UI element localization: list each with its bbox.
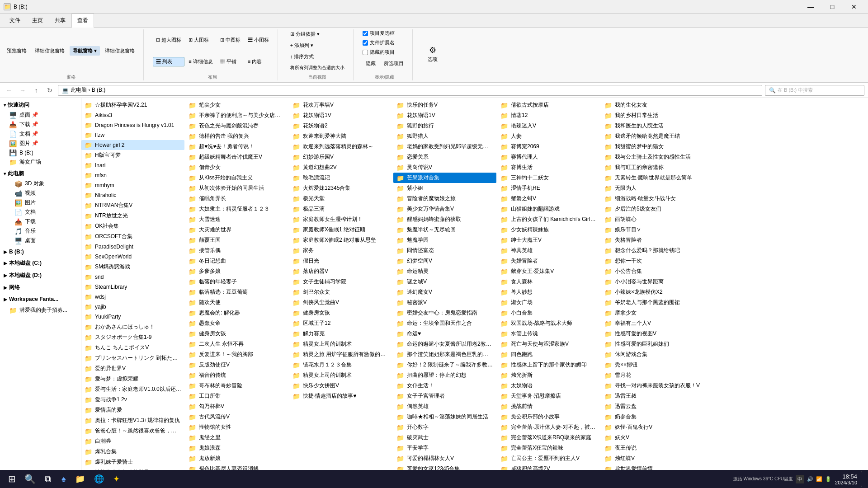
preview-pane-button[interactable]: 预览窗格 bbox=[4, 46, 30, 56]
list-item[interactable]: 📁你好！2 限制链来了～编我许多教要吃，好嗎？ bbox=[393, 360, 496, 370]
list-item[interactable]: 📁命运：尘埃帝国和天作之合 bbox=[393, 318, 496, 328]
list-item[interactable]: 📁yajib bbox=[81, 302, 184, 312]
list-item[interactable]: 📁我逃矛的顿给竟然是魔王结 bbox=[601, 131, 704, 141]
list-item[interactable]: 📁狐野猎人 bbox=[393, 131, 496, 141]
list-item[interactable]: 📁スタジオポーク合集1-9 bbox=[81, 332, 184, 343]
list-item[interactable]: 📁失格冒险者 bbox=[601, 235, 704, 245]
list-item[interactable]: 📁☆援助杯孕学园V2.21 bbox=[81, 100, 184, 110]
list-item[interactable]: 📁wdsj bbox=[81, 292, 184, 302]
list-item[interactable]: 📁超♥洗♥去！勇者传说！ bbox=[185, 141, 288, 152]
list-item[interactable]: 📁SM妈诱惑游戏 bbox=[81, 262, 184, 272]
list-item[interactable]: 📁おかあさんにほっしゅ！ bbox=[81, 322, 184, 332]
list-item[interactable]: 📁山猫姐妹的翻謡游戏 bbox=[497, 204, 600, 214]
list-item[interactable]: 📁休闲游戏合集 bbox=[601, 349, 704, 360]
list-item[interactable]: 📁赛博代理人 bbox=[497, 152, 600, 162]
taskbar-steam-icon[interactable]: ♠ bbox=[58, 471, 70, 487]
list-item[interactable]: 📁花妖物语1V bbox=[393, 110, 496, 121]
list-item[interactable]: 📁涩情手机RE bbox=[497, 183, 600, 193]
list-item[interactable]: 📁鬼娘浪森 bbox=[185, 443, 288, 453]
sidebar-item-downloads[interactable]: 📥 下载 📌 bbox=[0, 120, 81, 129]
list-item[interactable]: 📁ORCSOFT合集 bbox=[81, 231, 184, 242]
list-item[interactable]: 📁破灭武士 bbox=[393, 432, 496, 443]
tray-icon3[interactable]: 🔋 bbox=[825, 476, 831, 482]
list-item[interactable]: 📁Flower girl 2 bbox=[81, 140, 184, 150]
sidebar-item-3d-objects[interactable]: 📦 3D 对象 bbox=[0, 179, 81, 188]
list-item[interactable]: 📁灵岛传说V bbox=[393, 162, 496, 173]
maximize-button[interactable]: □ bbox=[822, 0, 843, 14]
list-item[interactable]: 📁免公积乐部的小故事 bbox=[497, 412, 600, 422]
list-item[interactable]: 📁蟹蟹之蚪V bbox=[497, 193, 600, 204]
list-item[interactable]: 📁想你一千次 bbox=[601, 256, 704, 266]
list-item[interactable]: 📁兽人妙想 bbox=[497, 287, 600, 297]
content-button[interactable]: ≡ 内容 bbox=[245, 57, 272, 66]
list-item[interactable]: 📁美少女万华镜合集V bbox=[393, 204, 496, 214]
list-item[interactable]: 📁女仆生活！ bbox=[393, 380, 496, 391]
list-item[interactable]: 📁无限为人 bbox=[601, 183, 704, 193]
list-item[interactable]: 📁NTR放世之光 bbox=[81, 211, 184, 221]
list-item[interactable]: 📁秃××摁钮 bbox=[601, 360, 704, 370]
list-item[interactable]: 📁倡青少女 bbox=[185, 162, 288, 173]
list-item[interactable]: 📁mfsn bbox=[81, 170, 184, 180]
list-item[interactable]: 📁鞍毛漂流记 bbox=[289, 173, 392, 183]
list-item[interactable]: 📁催眠角弄长 bbox=[185, 193, 288, 204]
list-item[interactable]: 📁德样的告击 我的复兴 bbox=[185, 131, 288, 141]
list-item[interactable]: 📁我和医生的人院生活 bbox=[601, 121, 704, 131]
sidebar-item-b-drive-quick[interactable]: 💾 B (B:) bbox=[0, 148, 81, 157]
list-item[interactable]: 📁寻找一对内裤来服装女孩的衣服！V bbox=[601, 380, 704, 391]
details-pane-button[interactable]: 详细信息窗格 bbox=[32, 46, 68, 56]
list-item[interactable]: 📁花妖物语2 bbox=[289, 121, 392, 131]
list-item[interactable]: 📁超级妖精舞者击讨伐魔王V bbox=[185, 152, 288, 162]
list-item[interactable]: 📁SteamLibrary bbox=[81, 282, 184, 292]
list-item[interactable]: 📁精灵之旅 用炉字征服所有激傲的精灵 bbox=[289, 349, 392, 360]
list-item[interactable]: 📁剑巴尔众文 bbox=[289, 287, 392, 297]
list-item[interactable]: 📁区域王子12 bbox=[289, 318, 392, 328]
list-item[interactable]: 📁随欢天使 bbox=[185, 297, 288, 308]
list-item[interactable]: 📁黄道幻想曲2V bbox=[289, 162, 392, 173]
list-item[interactable]: 📁情蒸12 bbox=[497, 110, 600, 121]
list-item[interactable]: 📁夜王传说 bbox=[601, 443, 704, 453]
tray-icon2[interactable]: 📶 bbox=[816, 476, 822, 482]
list-item[interactable]: 📁我与旺王的亲密邀你 bbox=[601, 162, 704, 173]
list-item[interactable]: 📁烛红蝶V bbox=[601, 453, 704, 464]
hide-button[interactable]: 隐藏 bbox=[363, 59, 379, 68]
list-item[interactable]: 📁接管乐偶 bbox=[185, 245, 288, 256]
list-item[interactable]: 📁四色跑跑 bbox=[497, 349, 600, 360]
close-button[interactable]: ✕ bbox=[844, 0, 864, 14]
sidebar-item-documents[interactable]: 📄 文档 📌 bbox=[0, 129, 81, 139]
show-desktop-button[interactable] bbox=[861, 471, 864, 487]
list-item[interactable]: 📁老妈的家教受到妇兄郎毕超级无敌臭 bbox=[393, 141, 496, 152]
list-item[interactable]: 📁那个澄笑姐姐那来是褐色巨乳的花嫁 bbox=[393, 349, 496, 360]
list-item[interactable]: 📁家庭教师X催眠2 绝对服从思坚 bbox=[289, 235, 392, 245]
group-by-button[interactable]: ⊞ 分组依据 ▾ bbox=[287, 29, 323, 39]
list-item[interactable]: 📁紫小姐 bbox=[393, 183, 496, 193]
list-item[interactable]: 📁淑女广场 bbox=[497, 297, 600, 308]
small-icon-button[interactable]: ☰ 小图标 bbox=[245, 35, 272, 45]
list-item[interactable]: 📁艳辣迷入V bbox=[497, 121, 600, 131]
tab-file[interactable]: 文件 bbox=[4, 14, 26, 27]
list-item[interactable]: 📁挑战前情 bbox=[497, 401, 600, 412]
item-checkbox[interactable] bbox=[363, 31, 368, 36]
list-item[interactable]: 📁快乐少女拼图V bbox=[289, 380, 392, 391]
details-pane-button2[interactable]: 详细信息窗格 bbox=[102, 46, 138, 56]
list-item[interactable]: 📁谜之城V bbox=[393, 277, 496, 287]
tab-view[interactable]: 查看 bbox=[71, 14, 94, 28]
list-item[interactable]: 📁爆乳合集 bbox=[81, 446, 184, 457]
c-drive-header[interactable]: ▶ 本地磁盘 (C:) bbox=[0, 258, 81, 268]
list-item[interactable]: 📁爱与战争1 2v bbox=[81, 394, 184, 405]
list-item[interactable]: 📁娱乐节目∨ bbox=[601, 225, 704, 235]
list-item[interactable]: 📁愚蠢女帝 bbox=[185, 318, 288, 328]
list-item[interactable]: 📁假日光 bbox=[289, 256, 392, 266]
list-item[interactable]: 📁魅魔半状～无尽轮回 bbox=[393, 225, 496, 235]
list-item[interactable]: 📁性感可爱的视图V bbox=[601, 328, 704, 339]
list-item[interactable]: 📁ParadiseDelight bbox=[81, 242, 184, 252]
list-item[interactable]: 📁迅雷云盘 bbox=[601, 401, 704, 412]
sidebar-item-games-plaza[interactable]: 📁 游女广场 bbox=[0, 157, 81, 167]
list-item[interactable]: 📁人妻 bbox=[497, 131, 600, 141]
list-item[interactable]: 📁爱情店的爱 bbox=[81, 405, 184, 415]
list-item[interactable]: 📁天堂事务·沼慰摩擦店 bbox=[497, 391, 600, 401]
list-item[interactable]: 📁爱的异世界V bbox=[81, 363, 184, 374]
input-method[interactable]: 中 bbox=[796, 475, 804, 483]
search-taskbar-button[interactable]: 🔍 bbox=[22, 471, 38, 487]
list-item[interactable]: 📁失婚冒险者 bbox=[497, 256, 600, 266]
list-item[interactable]: 📁临落精选：豆豆葡萄 bbox=[185, 287, 288, 297]
